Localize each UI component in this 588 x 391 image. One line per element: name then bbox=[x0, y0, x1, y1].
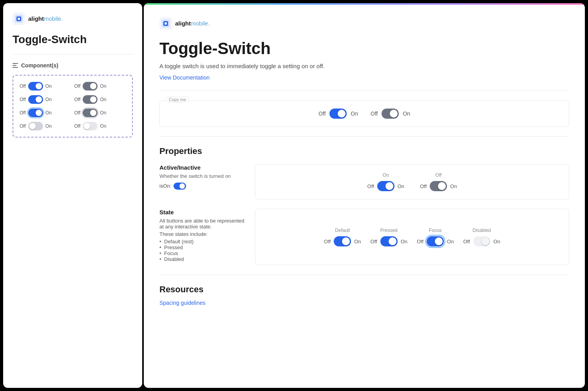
demo-on-label-1: On bbox=[351, 110, 358, 117]
state-list-item-4: Disabled bbox=[159, 256, 246, 262]
focus-label: Focus bbox=[429, 228, 442, 233]
default-on: On bbox=[354, 239, 361, 244]
active-inactive-badge: isOn: bbox=[159, 183, 186, 190]
active-inactive-desc: Whether the switch is turned on bbox=[159, 173, 246, 179]
preview-row-2-col-1: Off On bbox=[20, 95, 71, 104]
demo-toggle-gray[interactable] bbox=[382, 109, 399, 119]
pressed-toggle-row: Off On bbox=[371, 236, 407, 246]
disabled-label: Disabled bbox=[472, 228, 491, 233]
focus-toggle[interactable] bbox=[427, 236, 444, 246]
disabled-toggle bbox=[473, 236, 490, 246]
pressed-on: On bbox=[401, 239, 407, 244]
section-divider-1 bbox=[159, 91, 569, 91]
components-label: Component(s) bbox=[21, 62, 58, 69]
preview-toggle-2[interactable] bbox=[83, 82, 98, 91]
pressed-toggle[interactable] bbox=[380, 236, 398, 246]
right-logo-text: alightmobile. bbox=[175, 20, 210, 27]
copy-me-box: Copy me Off On Off On bbox=[159, 100, 569, 127]
badge-toggle[interactable] bbox=[174, 183, 186, 190]
preview-row-1-col-2: Off On bbox=[74, 82, 126, 91]
active-off-group: Off Off On bbox=[420, 172, 457, 191]
disabled-toggle-row: Off On bbox=[463, 236, 500, 246]
toggle-preview-box: Off On Off On Off On Of bbox=[13, 75, 133, 138]
state-list: Default (rest) Pressed Focus Disabled bbox=[159, 239, 246, 262]
preview-toggle-6[interactable] bbox=[83, 109, 98, 117]
left-title: Toggle-Switch bbox=[13, 33, 133, 46]
layers-icon bbox=[13, 63, 18, 68]
state-disabled-group: Disabled Off On bbox=[463, 228, 500, 246]
preview-toggle-3[interactable] bbox=[28, 95, 43, 104]
on-state-toggle[interactable] bbox=[377, 181, 394, 191]
state-content-box: Default Off On Pressed Off bbox=[255, 209, 569, 265]
copy-me-toggle-row: Off On Off On bbox=[172, 109, 556, 119]
preview-toggle-5[interactable] bbox=[28, 109, 43, 117]
on-on-label: On bbox=[398, 183, 404, 189]
preview-toggle-4[interactable] bbox=[83, 95, 98, 104]
off-off-label: Off bbox=[420, 183, 427, 189]
pressed-off: Off bbox=[371, 239, 377, 244]
off-on-label: On bbox=[450, 183, 457, 189]
section-divider-2 bbox=[159, 136, 569, 137]
disabled-on: On bbox=[494, 239, 500, 244]
active-inactive-block: Active/Inactive Whether the switch is tu… bbox=[159, 164, 569, 199]
state-label-col: State All buttons are able to be represe… bbox=[159, 209, 246, 265]
focus-off: Off bbox=[417, 239, 423, 244]
preview-row-2-col-2: Off On bbox=[74, 95, 126, 104]
state-note: These states include: bbox=[159, 231, 246, 237]
active-inactive-content: On Off On Off Off bbox=[255, 164, 569, 199]
components-section: Component(s) bbox=[13, 62, 133, 69]
demo-toggle-blue-group: Off On bbox=[318, 109, 358, 119]
section-divider-3 bbox=[159, 275, 569, 275]
focus-on: On bbox=[447, 239, 454, 244]
resources-title: Resources bbox=[159, 284, 569, 295]
svg-rect-3 bbox=[18, 18, 20, 20]
on-state-toggle-row: Off On bbox=[367, 181, 404, 191]
demo-toggle-blue[interactable] bbox=[329, 109, 347, 119]
preview-toggle-7[interactable] bbox=[28, 122, 43, 130]
preview-toggle-1[interactable] bbox=[28, 82, 43, 91]
state-list-item-1: Default (rest) bbox=[159, 239, 246, 244]
off-state-toggle[interactable] bbox=[430, 181, 447, 191]
left-logo: alightmobile. bbox=[13, 13, 133, 25]
state-block: State All buttons are able to be represe… bbox=[159, 209, 569, 265]
preview-toggle-8[interactable] bbox=[83, 122, 98, 130]
active-inactive-label-col: Active/Inactive Whether the switch is tu… bbox=[159, 164, 246, 199]
demo-on-label-2: On bbox=[403, 110, 410, 117]
default-label: Default bbox=[335, 228, 350, 233]
active-on-group: On Off On bbox=[367, 172, 404, 191]
top-gradient-bar bbox=[144, 3, 585, 5]
state-default-group: Default Off On bbox=[324, 228, 361, 246]
preview-row-4-col-1: Off On bbox=[20, 122, 71, 130]
preview-row-1-col-1: Off On bbox=[20, 82, 71, 91]
alight-logo-icon bbox=[13, 13, 25, 25]
demo-off-label-2: Off bbox=[371, 110, 378, 117]
state-list-item-3: Focus bbox=[159, 250, 246, 256]
view-documentation-link[interactable]: View Documentation bbox=[159, 74, 210, 81]
state-name: State bbox=[159, 209, 246, 215]
left-divider bbox=[13, 54, 133, 54]
on-off-label: Off bbox=[367, 183, 374, 189]
right-title: Toggle-Switch bbox=[159, 39, 569, 58]
demo-off-label-1: Off bbox=[318, 110, 326, 117]
copy-me-label: Copy me bbox=[166, 97, 189, 102]
off-state-toggle-row: Off On bbox=[420, 181, 457, 191]
state-list-item-2: Pressed bbox=[159, 244, 246, 250]
default-toggle[interactable] bbox=[334, 236, 351, 246]
left-panel: alightmobile. Toggle-Switch Component(s)… bbox=[3, 3, 142, 388]
off-state-label: Off bbox=[435, 172, 441, 178]
active-inactive-name: Active/Inactive bbox=[159, 164, 246, 171]
state-desc: All buttons are able to be represented a… bbox=[159, 218, 246, 230]
properties-title: Properties bbox=[159, 146, 569, 156]
default-off: Off bbox=[324, 239, 331, 244]
spacing-guidelines-link[interactable]: Spacing guidelines bbox=[159, 300, 206, 306]
right-logo: alightmobile. bbox=[159, 17, 569, 30]
svg-rect-7 bbox=[165, 22, 167, 25]
on-state-label: On bbox=[383, 172, 389, 178]
state-pressed-group: Pressed Off On bbox=[371, 228, 407, 246]
pressed-label: Pressed bbox=[380, 228, 398, 233]
preview-row-4-col-2: Off On bbox=[74, 122, 126, 130]
disabled-off: Off bbox=[463, 239, 470, 244]
preview-row-3-col-1: Off On bbox=[20, 109, 71, 117]
right-panel: alightmobile. Toggle-Switch A toggle swi… bbox=[144, 3, 585, 388]
right-description: A toggle switch is used to immediately t… bbox=[159, 63, 569, 69]
